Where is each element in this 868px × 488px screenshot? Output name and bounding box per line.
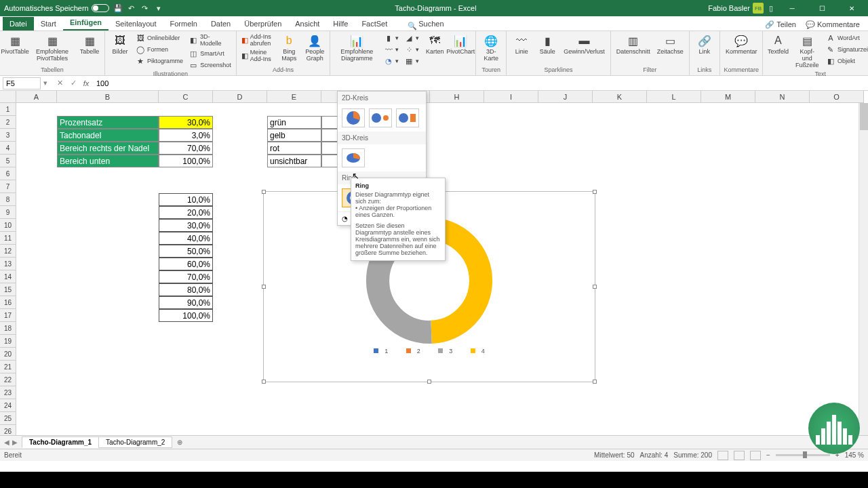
3dmodels-button[interactable]: ◧3D-Modelle [186,33,233,47]
user-badge[interactable]: FB [753,3,764,14]
pivottable-button[interactable]: ▦PivotTable [3,33,27,57]
col-header-H[interactable]: H [430,91,484,103]
cell-E5[interactable]: unsichtbar [267,155,321,167]
row-header-19[interactable]: 19 [0,335,16,348]
tab-layout[interactable]: Seitenlayout [108,17,163,30]
col-header-E[interactable]: E [267,91,321,103]
col-header-M[interactable]: M [701,91,755,103]
col-header-L[interactable]: L [647,91,701,103]
chart-pie-of-pie[interactable] [369,108,392,127]
cell-C16[interactable]: 90,0% [159,296,213,309]
chart-pie-button[interactable]: ◔▾ [382,56,401,66]
tab-start[interactable]: Start [34,17,63,30]
redo-icon[interactable]: ↷ [140,3,150,13]
sigline-button[interactable]: ✎Signaturzeile [824,44,868,55]
close-button[interactable]: ✕ [838,0,865,16]
cell-C4[interactable]: 70,0% [159,142,213,155]
spark-line-button[interactable]: 〰Linie [509,33,534,57]
cell-E4[interactable]: rot [267,142,321,155]
timeline-button[interactable]: ▭Zeitachse [654,33,686,57]
add-sheet-button[interactable]: ⊕ [172,437,188,447]
textbox-button[interactable]: ATextfeld [766,33,790,57]
row-header-22[interactable]: 22 [0,373,16,386]
sheet-nav-next[interactable]: ▶ [12,439,18,446]
maximize-button[interactable]: ☐ [808,0,835,16]
wordart-button[interactable]: AWordArt [824,33,868,43]
row-header-8[interactable]: 8 [0,193,16,206]
tab-help[interactable]: Hilfe [326,17,355,30]
row-header-4[interactable]: 4 [0,142,16,155]
cell-C5[interactable]: 100,0% [159,155,213,167]
row-header-1[interactable]: 1 [0,103,16,116]
sheet-tab-1[interactable]: Tacho-Diagramm_1 [22,436,99,448]
formula-input[interactable]: 100 [92,79,868,87]
tab-review[interactable]: Überprüfen [237,17,288,30]
cell-C9[interactable]: 20,0% [159,206,213,219]
tab-file[interactable]: Datei [3,17,34,30]
bing-maps-button[interactable]: bBing Maps [277,33,301,64]
enter-icon[interactable]: ✓ [66,79,80,87]
name-box[interactable]: F5 [3,77,41,89]
comment-button[interactable]: 💬Kommentar [723,33,760,57]
row-header-18[interactable]: 18 [0,322,16,335]
col-header-O[interactable]: O [810,91,864,103]
user-name[interactable]: Fabio Basler [708,4,750,12]
row-header-12[interactable]: 12 [0,245,16,258]
cancel-icon[interactable]: ✕ [53,79,66,87]
object-button[interactable]: ◧Objekt [824,56,868,66]
cell-C13[interactable]: 60,0% [159,258,213,270]
share-button[interactable]: 🔗 Teilen [761,19,800,30]
search-input[interactable]: Suchen [417,17,450,30]
ribbon-options-icon[interactable]: ▯ [766,3,776,13]
zoom-level[interactable]: 145 % [845,451,864,459]
col-header-B[interactable]: B [57,91,159,103]
zoom-out-button[interactable]: − [766,451,770,459]
cell-B3[interactable]: Tachonadel [57,129,159,142]
pictures-button[interactable]: 🖼Bilder [108,33,132,57]
col-header-K[interactable]: K [593,91,647,103]
tab-view[interactable]: Ansicht [288,17,326,30]
row-header-24[interactable]: 24 [0,399,16,412]
cell-E3[interactable]: gelb [267,129,321,142]
table-button[interactable]: ▦Tabelle [77,33,102,57]
my-addins-button[interactable]: ◧Meine Add-Ins [239,48,276,63]
row-header-17[interactable]: 17 [0,309,16,322]
row-header-11[interactable]: 11 [0,232,16,245]
slicer-button[interactable]: ▥Datenschnitt [614,33,653,57]
chart-line-button[interactable]: 〰▾ [382,44,401,55]
cell-C14[interactable]: 70,0% [159,270,213,283]
cell-C12[interactable]: 50,0% [159,245,213,258]
minimize-button[interactable]: ─ [778,0,806,16]
spark-winloss-button[interactable]: ▬Gewinn/Verlust [561,33,608,57]
tab-data[interactable]: Daten [204,17,237,30]
tab-formulas[interactable]: Formeln [163,17,204,30]
row-header-2[interactable]: 2 [0,116,16,129]
row-header-3[interactable]: 3 [0,129,16,142]
view-layout-button[interactable] [734,451,745,460]
row-header-23[interactable]: 23 [0,386,16,399]
select-all-corner[interactable] [0,91,16,103]
row-header-13[interactable]: 13 [0,258,16,270]
cell-C2[interactable]: 30,0% [159,116,213,129]
col-header-D[interactable]: D [213,91,267,103]
row-header-26[interactable]: 26 [0,425,16,435]
chart-pie-2d[interactable] [342,108,365,127]
sheet-tab-2[interactable]: Tacho-Diagramm_2 [98,436,172,448]
cell-B4[interactable]: Bereich rechts der Nadel [57,142,159,155]
chart-area-button[interactable]: ◢▾ [402,33,421,43]
save-icon[interactable]: 💾 [113,3,123,13]
rec-pivot-button[interactable]: ▦Empfohlene PivotTables [28,33,76,64]
cell-C10[interactable]: 30,0% [159,219,213,232]
chart-pie-3d[interactable] [342,148,365,167]
maps-button[interactable]: 🗺Karten [422,33,447,57]
col-header-C[interactable]: C [159,91,213,103]
view-normal-button[interactable] [717,451,728,460]
chart-bar-of-pie[interactable] [396,108,419,127]
row-header-9[interactable]: 9 [0,206,16,219]
zoom-slider[interactable] [776,454,830,456]
row-header-16[interactable]: 16 [0,296,16,309]
cell-C3[interactable]: 3,0% [159,129,213,142]
cell-C11[interactable]: 40,0% [159,232,213,245]
row-header-10[interactable]: 10 [0,219,16,232]
3dmap-button[interactable]: 🌐3D-Karte [479,33,503,64]
